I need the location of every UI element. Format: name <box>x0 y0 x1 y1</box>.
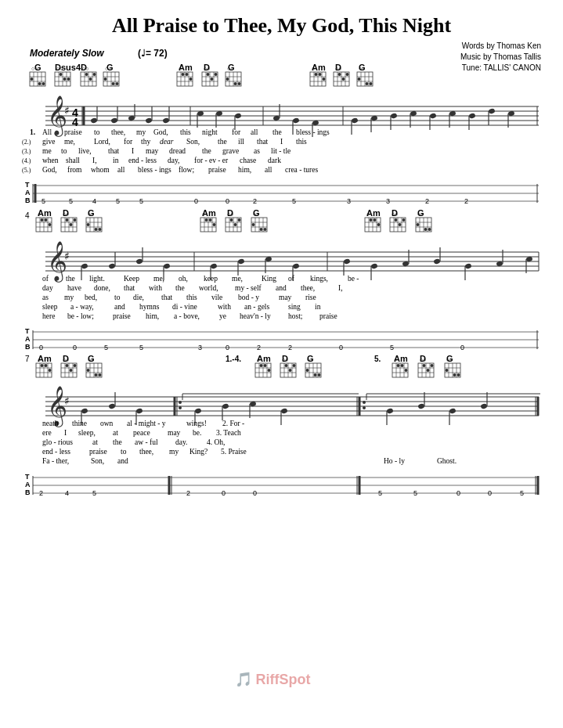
svg-text:to: to <box>121 448 127 456</box>
svg-text:here: here <box>42 312 55 320</box>
svg-text:A: A <box>25 189 31 196</box>
svg-text:0: 0 <box>253 489 257 497</box>
svg-point-56 <box>189 77 193 81</box>
svg-text:rise: rise <box>305 294 316 301</box>
svg-text:0: 0 <box>339 344 343 351</box>
svg-text:5: 5 <box>139 197 143 205</box>
svg-text:an - gels: an - gels <box>244 303 269 311</box>
svg-text:have: have <box>67 284 81 292</box>
svg-text:in: in <box>113 157 119 164</box>
svg-point-504 <box>268 369 271 372</box>
svg-text:(2.): (2.) <box>22 139 31 146</box>
svg-point-594 <box>386 408 393 414</box>
svg-point-490 <box>87 369 90 372</box>
svg-point-33 <box>89 77 92 81</box>
svg-text:chase: chase <box>240 157 256 164</box>
svg-point-502 <box>260 364 263 367</box>
svg-text:1.-4.: 1.-4. <box>226 355 241 363</box>
svg-text:may: may <box>146 147 159 155</box>
svg-text:4: 4 <box>92 197 96 205</box>
svg-text:the: the <box>272 128 282 136</box>
svg-point-570 <box>108 403 115 409</box>
svg-text:4: 4 <box>72 116 78 128</box>
music-credit: Music by Thomas Tallis <box>460 52 541 63</box>
svg-text:(3.): (3.) <box>22 148 31 155</box>
svg-text:3: 3 <box>347 197 351 205</box>
svg-point-280 <box>99 228 102 231</box>
svg-point-21 <box>60 73 63 76</box>
svg-point-359 <box>135 258 143 265</box>
svg-text:Fa - ther,: Fa - ther, <box>42 457 69 465</box>
svg-point-303 <box>238 218 241 222</box>
svg-text:1.: 1. <box>30 128 35 136</box>
svg-point-347 <box>424 228 428 231</box>
words-credit: Words by Thomas Ken <box>460 41 541 52</box>
svg-text:and: and <box>276 284 287 292</box>
svg-point-11 <box>42 82 45 85</box>
svg-text:praise: praise <box>113 312 131 320</box>
svg-text:5: 5 <box>42 197 45 205</box>
page: All Praise to Thee, My God, This Night W… <box>0 0 563 728</box>
svg-text:thee,: thee, <box>139 448 153 456</box>
svg-text:○○: ○○ <box>88 357 94 362</box>
svg-text:from: from <box>67 166 82 174</box>
svg-text:at: at <box>92 438 98 446</box>
svg-text:○○: ○○ <box>253 211 259 217</box>
page-title: All Praise to Thee, My God, This Night <box>22 14 541 38</box>
svg-text:All: All <box>42 128 52 136</box>
svg-point-87 <box>315 73 318 76</box>
svg-point-525 <box>318 373 321 377</box>
svg-text:5: 5 <box>292 197 296 205</box>
svg-text:Ghost.: Ghost. <box>437 457 457 465</box>
svg-point-364 <box>210 263 217 269</box>
svg-text:the: the <box>66 275 75 283</box>
svg-text:me,: me, <box>232 275 243 283</box>
svg-text:at: at <box>113 429 118 437</box>
svg-text:5: 5 <box>390 344 394 351</box>
svg-point-469 <box>45 364 48 367</box>
svg-text:neath: neath <box>42 420 59 427</box>
svg-point-375 <box>370 263 377 269</box>
svg-text:keep: keep <box>204 275 218 283</box>
svg-point-156 <box>429 113 436 119</box>
svg-text:kings,: kings, <box>310 275 328 283</box>
svg-text:be.: be. <box>193 429 201 437</box>
svg-text:0: 0 <box>226 197 229 205</box>
svg-point-45 <box>112 82 115 85</box>
svg-text:○○: ○○ <box>417 211 424 217</box>
svg-point-22 <box>63 77 67 81</box>
svg-text:shall: shall <box>66 157 80 164</box>
svg-point-131 <box>162 117 169 124</box>
svg-point-524 <box>306 369 309 372</box>
svg-text:5: 5 <box>104 344 108 351</box>
svg-text:○: ○ <box>394 357 397 362</box>
svg-text:end - less: end - less <box>42 448 70 456</box>
svg-text:4: 4 <box>25 211 30 220</box>
svg-text:that: that <box>124 284 135 292</box>
svg-point-257 <box>41 218 44 222</box>
svg-text:sleep,: sleep, <box>78 429 96 437</box>
svg-text:2: 2 <box>425 197 429 205</box>
svg-point-492 <box>95 373 98 377</box>
svg-point-313 <box>264 228 267 231</box>
svg-point-23 <box>67 77 70 81</box>
svg-point-143 <box>292 117 299 124</box>
svg-text:the: the <box>175 284 185 292</box>
svg-text:0: 0 <box>73 344 77 351</box>
svg-text:2: 2 <box>257 344 261 351</box>
svg-text:praise: praise <box>208 166 226 174</box>
svg-text:when: when <box>42 157 59 164</box>
svg-text:whom: whom <box>91 166 110 174</box>
svg-text:thy: thy <box>141 138 150 146</box>
svg-point-379 <box>433 258 440 265</box>
svg-text:me: me <box>42 147 52 155</box>
svg-point-572 <box>135 408 143 414</box>
svg-text:the: the <box>113 438 122 446</box>
svg-text:I,: I, <box>338 284 343 292</box>
svg-point-55 <box>186 73 189 76</box>
svg-text:7: 7 <box>25 355 30 363</box>
svg-text:○: ○ <box>366 211 370 217</box>
svg-point-547 <box>423 364 426 367</box>
svg-text:○○: ○○ <box>282 357 288 362</box>
attribution: Words by Thomas Ken Music by Thomas Tall… <box>460 41 541 74</box>
